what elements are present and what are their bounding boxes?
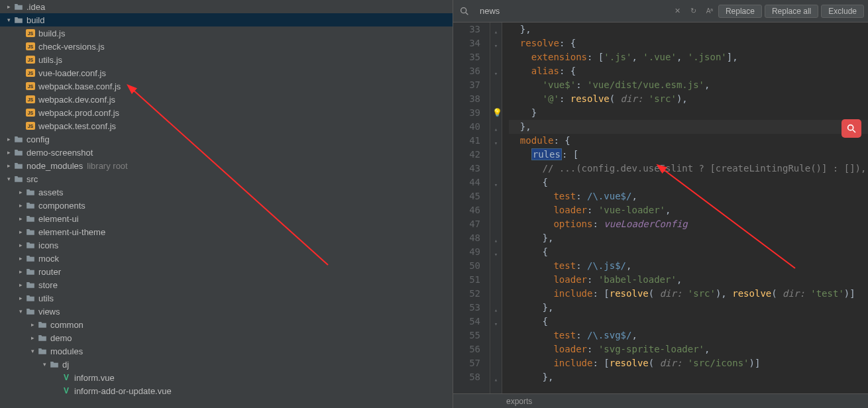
tree-item-components[interactable]: ▸components xyxy=(0,199,453,212)
code-line[interactable]: test: /\.vue$/, xyxy=(509,189,868,203)
tree-arrow-icon[interactable]: ▸ xyxy=(5,136,12,142)
breadcrumb-item[interactable]: exports xyxy=(506,397,532,406)
code-line[interactable]: test: /\.svg$/, xyxy=(509,329,868,342)
tree-item-demo[interactable]: ▸demo xyxy=(0,331,453,344)
tree-item-utils[interactable]: ▸utils xyxy=(0,291,453,305)
tree-item-modules[interactable]: ▾modules xyxy=(0,344,453,358)
code-line[interactable]: 'vue$': 'vue/dist/vue.esm.js', xyxy=(509,78,868,92)
tree-arrow-icon[interactable]: ▸ xyxy=(17,202,24,209)
tree-arrow-icon[interactable]: ▸ xyxy=(17,189,24,195)
tree-arrow-icon[interactable]: ▸ xyxy=(17,295,24,301)
tree-arrow-icon[interactable]: ▾ xyxy=(5,17,12,23)
intention-bulb-icon[interactable]: 💡 xyxy=(492,106,502,120)
code-editor[interactable]: 3334353637383940414243444546474849505152… xyxy=(453,23,868,393)
code-line[interactable]: resolve: { xyxy=(509,36,868,50)
tree-item--idea[interactable]: ▸.idea xyxy=(0,0,453,13)
tree-arrow-icon[interactable]: ▸ xyxy=(17,215,24,222)
tree-item-build-js[interactable]: JSbuild.js xyxy=(0,26,453,40)
code-line[interactable]: loader: 'svg-sprite-loader', xyxy=(509,342,868,356)
tree-item-element-ui-theme[interactable]: ▸element-ui-theme xyxy=(0,225,453,238)
tree-arrow-icon[interactable]: ▸ xyxy=(5,3,12,10)
code-line[interactable]: options: vueLoaderConfig xyxy=(509,217,868,231)
floating-search-icon[interactable] xyxy=(841,119,861,138)
js-file-icon: JS xyxy=(25,54,36,65)
tree-item-router[interactable]: ▸router xyxy=(0,265,453,278)
code-line[interactable]: rules: [ xyxy=(509,148,868,162)
tree-item-vue-loader-conf-js[interactable]: JSvue-loader.conf.js xyxy=(0,66,453,79)
tree-arrow-icon[interactable]: ▸ xyxy=(17,229,24,235)
fold-gutter[interactable]: ▴▾▾💡▴▾▾▴▾▴▾▴ xyxy=(490,23,502,393)
tree-item-store[interactable]: ▸store xyxy=(0,278,453,291)
project-tree[interactable]: ▸.idea▾buildJSbuild.jsJScheck-versions.j… xyxy=(0,0,453,408)
replace-all-button[interactable]: Replace all xyxy=(765,5,818,18)
tree-arrow-icon[interactable]: ▸ xyxy=(29,321,36,328)
tree-item-label: icons xyxy=(38,240,58,250)
code-line[interactable]: loader: 'babel-loader', xyxy=(509,273,868,287)
clear-search-icon[interactable]: ✕ xyxy=(671,4,685,19)
fold-marker-icon[interactable]: ▴ xyxy=(493,373,499,387)
replace-button[interactable]: Replace xyxy=(718,5,762,18)
tree-arrow-icon[interactable]: ▸ xyxy=(17,281,24,288)
code-line[interactable]: }, xyxy=(509,23,868,36)
tree-item-utils-js[interactable]: JSutils.js xyxy=(0,53,453,66)
tree-item-build[interactable]: ▾build xyxy=(0,13,453,26)
tree-arrow-icon[interactable]: ▸ xyxy=(29,334,36,341)
tree-arrow-icon[interactable]: ▸ xyxy=(17,268,24,275)
code-line[interactable]: include: [resolve( dir: 'src'), resolve(… xyxy=(509,287,868,301)
code-line[interactable]: loader: 'vue-loader', xyxy=(509,203,868,217)
code-line[interactable]: } xyxy=(509,106,868,120)
tree-item-src[interactable]: ▾src xyxy=(0,172,453,185)
tree-arrow-icon[interactable]: ▾ xyxy=(5,176,12,182)
code-line[interactable]: { xyxy=(509,315,868,329)
exclude-button[interactable]: Exclude xyxy=(821,5,864,18)
tree-item-inform-vue[interactable]: Vinform.vue xyxy=(0,371,453,384)
tree-item-webpack-dev-conf-js[interactable]: JSwebpack.dev.conf.js xyxy=(0,93,453,106)
code-line[interactable]: }, xyxy=(509,231,868,245)
tree-item-assets[interactable]: ▸assets xyxy=(0,185,453,199)
search-history-icon[interactable]: ↻ xyxy=(686,4,701,19)
code-line[interactable]: '@': resolve( dir: 'src'), xyxy=(509,92,868,106)
tree-item-label: inform.vue xyxy=(74,373,115,383)
tree-item-inform-add-or-update-vue[interactable]: Vinform-add-or-update.vue xyxy=(0,384,453,397)
code-line[interactable]: include: [resolve( dir: 'src/icons')] xyxy=(509,356,868,370)
code-line[interactable]: { xyxy=(509,176,868,189)
tree-item-views[interactable]: ▾views xyxy=(0,305,453,318)
tree-item-webpack-prod-conf-js[interactable]: JSwebpack.prod.conf.js xyxy=(0,106,453,119)
code-line[interactable]: { xyxy=(509,245,868,259)
tree-arrow-icon[interactable]: ▸ xyxy=(17,242,24,248)
folder-icon xyxy=(13,147,24,158)
code-line[interactable]: extensions: ['.js', '.vue', '.json'], xyxy=(509,50,868,64)
code-line[interactable]: // ...(config.dev.useEslint ? [createLin… xyxy=(509,162,868,176)
folder-icon xyxy=(13,174,24,184)
tree-item-element-ui[interactable]: ▸element-ui xyxy=(0,212,453,225)
tree-item-node-modules[interactable]: ▸node_moduleslibrary root xyxy=(0,159,453,172)
code-line[interactable]: }, xyxy=(509,120,868,134)
tree-item-webpack-base-conf-js[interactable]: JSwebpack.base.conf.js xyxy=(0,79,453,93)
search-input[interactable] xyxy=(477,5,667,17)
tree-arrow-icon[interactable]: ▾ xyxy=(17,308,24,315)
tree-item-icons[interactable]: ▸icons xyxy=(0,238,453,252)
tree-item-webpack-test-conf-js[interactable]: JSwebpack.test.conf.js xyxy=(0,119,453,132)
code-line[interactable]: }, xyxy=(509,301,868,315)
tree-arrow-icon[interactable]: ▸ xyxy=(5,162,12,169)
code-area[interactable]: }, resolve: { extensions: ['.js', '.vue'… xyxy=(502,23,868,393)
tree-item-label: element-ui-theme xyxy=(38,227,105,237)
folder-icon xyxy=(13,1,24,12)
tree-item-config[interactable]: ▸config xyxy=(0,132,453,146)
tree-arrow-icon[interactable]: ▸ xyxy=(17,255,24,262)
tree-arrow-icon[interactable]: ▾ xyxy=(29,348,36,354)
tree-item-dj[interactable]: ▾dj xyxy=(0,358,453,371)
code-line[interactable]: test: /\.js$/, xyxy=(509,259,868,273)
tree-item-demo-screenshot[interactable]: ▸demo-screenshot xyxy=(0,146,453,159)
tree-item-label: demo-screenshot xyxy=(27,148,93,158)
tree-item-check-versions-js[interactable]: JScheck-versions.js xyxy=(0,40,453,53)
code-line[interactable]: }, xyxy=(509,370,868,384)
tree-item-common[interactable]: ▸common xyxy=(0,318,453,331)
tree-arrow-icon[interactable]: ▾ xyxy=(41,361,48,368)
code-line[interactable]: module: { xyxy=(509,134,868,148)
tree-item-mock[interactable]: ▸mock xyxy=(0,252,453,265)
code-line[interactable]: alias: { xyxy=(509,64,868,78)
search-icon xyxy=(457,4,472,19)
match-case-icon[interactable]: Aª xyxy=(702,4,717,19)
tree-arrow-icon[interactable]: ▸ xyxy=(5,149,12,156)
